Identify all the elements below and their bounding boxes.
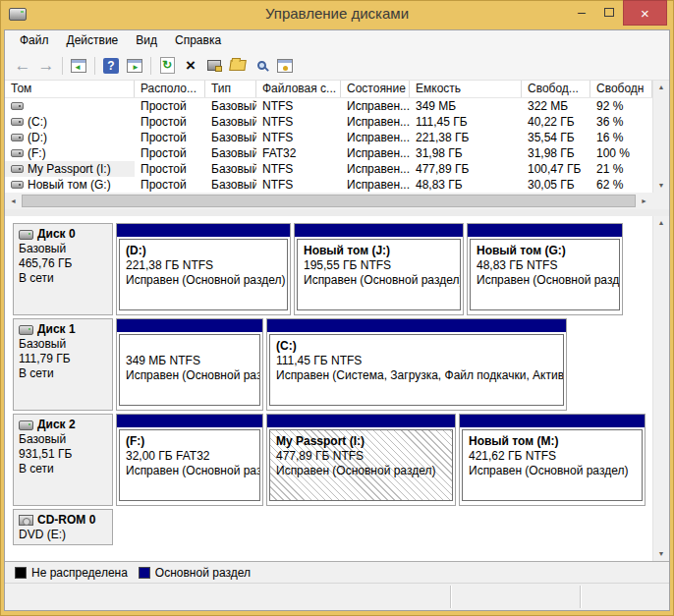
help-icon[interactable]: ?: [100, 55, 122, 77]
partition-title: (C:): [276, 339, 563, 354]
menu-bar: Файл Действие Вид Справка: [5, 30, 669, 51]
volume-name: (D:): [28, 130, 47, 145]
table-row[interactable]: Новый том (G:) Простой Базовый NTFS Испр…: [5, 177, 669, 193]
legend-item: Не распределена: [15, 566, 128, 580]
col-type[interactable]: Тип: [205, 81, 256, 97]
toolbar-separator: [94, 57, 95, 75]
volume-free: 35,54 ГБ: [522, 130, 590, 145]
disk-size: 111,79 ГБ: [19, 352, 108, 366]
disk-name: CD-ROM 0: [37, 513, 95, 528]
minimize-button[interactable]: –: [568, 0, 595, 24]
disk-status: В сети: [19, 271, 108, 286]
partition-color-band: [117, 319, 262, 332]
disk-management-window: Управление дисками – × Файл Действие Вид…: [0, 0, 674, 616]
close-button[interactable]: ×: [623, 0, 667, 26]
maximize-button[interactable]: [595, 0, 623, 24]
titlebar: Управление дисками – ×: [0, 0, 674, 29]
refresh-icon[interactable]: ↻: [156, 55, 178, 77]
volume-free: 31,98 ГБ: [522, 145, 590, 161]
toolbar-separator: [62, 57, 63, 75]
table-row[interactable]: (D:) Простой Базовый NTFS Исправен... 22…: [5, 130, 669, 145]
partition[interactable]: 349 МБ NTFS Исправен (Основной раз: [116, 318, 263, 411]
partition-title: (D:): [126, 244, 287, 258]
volume-icon: [11, 165, 24, 173]
show-hide-panel-icon[interactable]: ►: [124, 55, 145, 77]
col-capacity[interactable]: Емкость: [410, 81, 522, 97]
table-row[interactable]: (C:) Простой Базовый NTFS Исправен... 11…: [5, 114, 669, 130]
volume-fs: NTFS: [256, 161, 341, 177]
open-folder-icon[interactable]: [227, 55, 249, 77]
window-controls: – ×: [568, 0, 667, 26]
toolbar-separator: [150, 57, 151, 75]
col-layout[interactable]: Располо...: [135, 81, 205, 97]
disk-type: Базовый: [19, 242, 108, 256]
cdrom-label[interactable]: CD-ROM 0 DVD (E:): [13, 509, 113, 545]
partition-color-band: [460, 415, 645, 427]
console-tree-icon[interactable]: ◄: [68, 55, 89, 77]
col-free[interactable]: Свобод...: [522, 81, 590, 97]
disk-label[interactable]: Диск 2 Базовый 931,51 ГБ В сети: [13, 414, 113, 506]
scroll-right-icon[interactable]: ►: [636, 197, 652, 204]
volume-type: Базовый: [205, 145, 256, 161]
table-row[interactable]: (F:) Простой Базовый FAT32 Исправен... 3…: [5, 145, 669, 161]
properties-icon[interactable]: [203, 55, 225, 77]
scroll-up-icon[interactable]: ▲: [653, 81, 669, 94]
scrollbar-corner: [652, 193, 669, 209]
volume-icon: [11, 102, 24, 110]
partition-color-band: [267, 415, 455, 427]
partition-size: 477,89 ГБ NTFS: [276, 449, 452, 464]
partition[interactable]: (F:) 32,00 ГБ FAT32 Исправен (Основной р…: [116, 414, 263, 506]
col-volume[interactable]: Том: [5, 81, 135, 97]
partition-status: Исправен (Система, Загрузка, Файл подкач…: [276, 368, 563, 383]
partition-selected[interactable]: My Passport (I:) 477,89 ГБ NTFS Исправен…: [266, 414, 456, 506]
diskview-vertical-scrollbar[interactable]: ▲ ▼: [652, 216, 669, 561]
partition-color-band: [468, 224, 622, 237]
partition[interactable]: (C:) 111,45 ГБ NTFS Исправен (Система, З…: [266, 318, 567, 411]
table-vertical-scrollbar[interactable]: ▲ ▼: [652, 81, 669, 193]
table-row[interactable]: Простой Базовый NTFS Исправен... 349 МБ …: [5, 98, 669, 114]
partition[interactable]: Новый том (M:) 421,62 ГБ NTFS Исправен (…: [459, 414, 646, 506]
view-icon[interactable]: [251, 55, 272, 77]
scroll-left-icon[interactable]: ◄: [5, 197, 22, 204]
disk-label[interactable]: Диск 0 Базовый 465,76 ГБ В сети: [13, 223, 113, 315]
volume-capacity: 349 МБ: [410, 98, 522, 114]
volume-status: Исправен...: [341, 145, 410, 161]
partition[interactable]: (D:) 221,38 ГБ NTFS Исправен (Основной р…: [116, 223, 291, 315]
col-status[interactable]: Состояние: [341, 81, 410, 97]
partition-title: (F:): [126, 434, 259, 449]
volume-icon: [11, 134, 24, 141]
scroll-up-icon[interactable]: ▲: [653, 216, 669, 230]
col-filesystem[interactable]: Файловая с...: [256, 81, 341, 97]
statusbar-divider: [450, 586, 451, 608]
menu-file[interactable]: Файл: [11, 31, 58, 50]
menu-view[interactable]: Вид: [127, 31, 166, 50]
settings-icon[interactable]: [274, 55, 296, 77]
partition-size: 111,45 ГБ NTFS: [276, 354, 563, 368]
disk-label[interactable]: Диск 1 Базовый 111,79 ГБ В сети: [13, 318, 113, 411]
volume-type: Базовый: [205, 161, 256, 177]
volume-capacity: 48,83 ГБ: [410, 177, 522, 193]
table-horizontal-scrollbar[interactable]: ◄ ►: [5, 193, 652, 209]
partition-color-band: [117, 415, 262, 427]
pane-splitter[interactable]: [5, 209, 669, 216]
volume-capacity: 477,89 ГБ: [410, 161, 522, 177]
disk-row: Диск 0 Базовый 465,76 ГБ В сети (D:) 221…: [13, 223, 652, 315]
volume-icon: [11, 149, 24, 157]
menu-action[interactable]: Действие: [58, 31, 128, 50]
scroll-down-icon[interactable]: ▼: [653, 179, 669, 193]
col-free-pct[interactable]: Свободн: [590, 81, 652, 97]
menu-help[interactable]: Справка: [166, 31, 230, 50]
partition[interactable]: Новый том (J:) 195,55 ГБ NTFS Исправен (…: [294, 223, 464, 315]
forward-icon[interactable]: →: [35, 55, 57, 77]
toolbar: ← → ◄ ? ► ↻ ×: [5, 51, 669, 81]
delete-icon[interactable]: ×: [180, 55, 201, 77]
volume-status: Исправен...: [341, 114, 410, 130]
table-row[interactable]: My Passport (I:) Простой Базовый NTFS Ис…: [5, 161, 669, 177]
scroll-down-icon[interactable]: ▼: [653, 547, 669, 561]
scrollbar-thumb[interactable]: [22, 195, 636, 207]
disk-type: Базовый: [19, 337, 108, 352]
partition[interactable]: Новый том (G:) 48,83 ГБ NTFS Исправен (О…: [467, 223, 623, 315]
back-icon[interactable]: ←: [12, 55, 33, 77]
legend: Не распределена Основной раздел: [5, 561, 669, 583]
partition-size: 48,83 ГБ NTFS: [477, 258, 619, 273]
